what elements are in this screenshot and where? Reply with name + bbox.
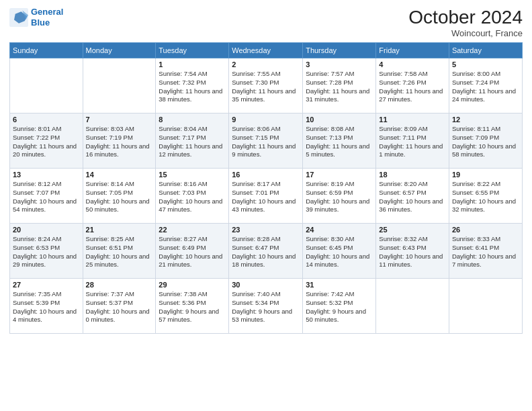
day-number: 18 bbox=[379, 171, 446, 179]
day-info: Sunrise: 8:33 AM Sunset: 6:41 PM Dayligh… bbox=[452, 235, 519, 269]
calendar-cell: 25Sunrise: 8:32 AM Sunset: 6:43 PM Dayli… bbox=[376, 224, 449, 279]
day-number: 13 bbox=[13, 171, 80, 179]
logo-line2: Blue bbox=[31, 17, 50, 28]
calendar-cell: 6Sunrise: 8:01 AM Sunset: 7:22 PM Daylig… bbox=[10, 113, 83, 169]
calendar-cell bbox=[376, 279, 449, 334]
logo-text: General Blue bbox=[31, 7, 63, 28]
calendar-cell: 27Sunrise: 7:35 AM Sunset: 5:39 PM Dayli… bbox=[10, 279, 83, 334]
calendar-cell: 15Sunrise: 8:16 AM Sunset: 7:03 PM Dayli… bbox=[156, 169, 229, 224]
day-info: Sunrise: 8:14 AM Sunset: 7:05 PM Dayligh… bbox=[86, 180, 153, 214]
day-info: Sunrise: 7:57 AM Sunset: 7:28 PM Dayligh… bbox=[306, 70, 373, 104]
calendar: SundayMondayTuesdayWednesdayThursdayFrid… bbox=[9, 42, 523, 334]
day-header-tuesday: Tuesday bbox=[156, 43, 229, 58]
day-info: Sunrise: 8:24 AM Sunset: 6:53 PM Dayligh… bbox=[13, 235, 80, 269]
calendar-cell: 11Sunrise: 8:09 AM Sunset: 7:11 PM Dayli… bbox=[376, 113, 449, 169]
calendar-week-5: 27Sunrise: 7:35 AM Sunset: 5:39 PM Dayli… bbox=[10, 279, 523, 334]
calendar-cell: 7Sunrise: 8:03 AM Sunset: 7:19 PM Daylig… bbox=[83, 113, 156, 169]
day-number: 8 bbox=[159, 116, 226, 124]
day-info: Sunrise: 8:04 AM Sunset: 7:17 PM Dayligh… bbox=[159, 125, 226, 159]
header: General Blue October 2024 Woincourt, Fra… bbox=[9, 7, 523, 38]
day-info: Sunrise: 8:11 AM Sunset: 7:09 PM Dayligh… bbox=[452, 125, 519, 159]
day-info: Sunrise: 8:17 AM Sunset: 7:01 PM Dayligh… bbox=[232, 180, 300, 214]
calendar-cell: 23Sunrise: 8:28 AM Sunset: 6:47 PM Dayli… bbox=[229, 224, 303, 279]
day-number: 14 bbox=[86, 171, 153, 179]
day-info: Sunrise: 8:09 AM Sunset: 7:11 PM Dayligh… bbox=[379, 125, 446, 159]
logo-icon bbox=[9, 8, 28, 27]
calendar-cell: 5Sunrise: 8:00 AM Sunset: 7:24 PM Daylig… bbox=[449, 58, 522, 113]
calendar-cell: 30Sunrise: 7:40 AM Sunset: 5:34 PM Dayli… bbox=[229, 279, 303, 334]
calendar-cell: 12Sunrise: 8:11 AM Sunset: 7:09 PM Dayli… bbox=[449, 113, 522, 169]
day-info: Sunrise: 8:22 AM Sunset: 6:55 PM Dayligh… bbox=[452, 180, 519, 214]
day-info: Sunrise: 7:54 AM Sunset: 7:32 PM Dayligh… bbox=[159, 70, 226, 104]
day-info: Sunrise: 7:37 AM Sunset: 5:37 PM Dayligh… bbox=[86, 290, 153, 324]
day-number: 24 bbox=[306, 226, 373, 234]
calendar-cell: 24Sunrise: 8:30 AM Sunset: 6:45 PM Dayli… bbox=[303, 224, 376, 279]
day-info: Sunrise: 8:27 AM Sunset: 6:49 PM Dayligh… bbox=[159, 235, 226, 269]
day-number: 15 bbox=[159, 171, 226, 179]
day-header-friday: Friday bbox=[376, 43, 449, 58]
title-block: October 2024 Woincourt, France bbox=[408, 7, 523, 38]
day-header-monday: Monday bbox=[83, 43, 156, 58]
calendar-cell: 26Sunrise: 8:33 AM Sunset: 6:41 PM Dayli… bbox=[449, 224, 522, 279]
day-number: 21 bbox=[86, 226, 153, 234]
calendar-cell: 21Sunrise: 8:25 AM Sunset: 6:51 PM Dayli… bbox=[83, 224, 156, 279]
calendar-cell bbox=[83, 58, 156, 113]
calendar-cell: 14Sunrise: 8:14 AM Sunset: 7:05 PM Dayli… bbox=[83, 169, 156, 224]
calendar-cell: 28Sunrise: 7:37 AM Sunset: 5:37 PM Dayli… bbox=[83, 279, 156, 334]
day-info: Sunrise: 8:32 AM Sunset: 6:43 PM Dayligh… bbox=[379, 235, 446, 269]
day-info: Sunrise: 8:06 AM Sunset: 7:15 PM Dayligh… bbox=[232, 125, 300, 159]
day-number: 22 bbox=[159, 226, 226, 234]
calendar-week-3: 13Sunrise: 8:12 AM Sunset: 7:07 PM Dayli… bbox=[10, 169, 523, 224]
day-info: Sunrise: 8:25 AM Sunset: 6:51 PM Dayligh… bbox=[86, 235, 153, 269]
day-number: 19 bbox=[452, 171, 519, 179]
day-info: Sunrise: 8:12 AM Sunset: 7:07 PM Dayligh… bbox=[13, 180, 80, 214]
day-number: 12 bbox=[452, 116, 519, 124]
logo: General Blue bbox=[9, 7, 63, 28]
day-number: 28 bbox=[86, 281, 153, 289]
day-number: 4 bbox=[379, 60, 446, 68]
day-info: Sunrise: 8:01 AM Sunset: 7:22 PM Dayligh… bbox=[13, 125, 80, 159]
location: Woincourt, France bbox=[408, 28, 523, 38]
day-number: 26 bbox=[452, 226, 519, 234]
calendar-cell: 16Sunrise: 8:17 AM Sunset: 7:01 PM Dayli… bbox=[229, 169, 303, 224]
logo-line1: General bbox=[31, 7, 63, 17]
day-info: Sunrise: 8:00 AM Sunset: 7:24 PM Dayligh… bbox=[452, 70, 519, 104]
day-header-sunday: Sunday bbox=[10, 43, 83, 58]
calendar-header-row: SundayMondayTuesdayWednesdayThursdayFrid… bbox=[10, 43, 523, 58]
calendar-cell: 9Sunrise: 8:06 AM Sunset: 7:15 PM Daylig… bbox=[229, 113, 303, 169]
day-number: 29 bbox=[159, 281, 226, 289]
day-info: Sunrise: 7:58 AM Sunset: 7:26 PM Dayligh… bbox=[379, 70, 446, 104]
day-number: 30 bbox=[232, 281, 300, 289]
day-info: Sunrise: 7:42 AM Sunset: 5:32 PM Dayligh… bbox=[306, 290, 373, 324]
day-number: 31 bbox=[306, 281, 373, 289]
day-info: Sunrise: 8:03 AM Sunset: 7:19 PM Dayligh… bbox=[86, 125, 153, 159]
day-info: Sunrise: 8:19 AM Sunset: 6:59 PM Dayligh… bbox=[306, 180, 373, 214]
day-header-saturday: Saturday bbox=[449, 43, 522, 58]
day-info: Sunrise: 7:40 AM Sunset: 5:34 PM Dayligh… bbox=[232, 290, 300, 324]
calendar-cell: 4Sunrise: 7:58 AM Sunset: 7:26 PM Daylig… bbox=[376, 58, 449, 113]
day-info: Sunrise: 7:38 AM Sunset: 5:36 PM Dayligh… bbox=[159, 290, 226, 324]
day-number: 5 bbox=[452, 60, 519, 68]
day-number: 20 bbox=[13, 226, 80, 234]
day-number: 2 bbox=[232, 60, 300, 68]
calendar-cell: 22Sunrise: 8:27 AM Sunset: 6:49 PM Dayli… bbox=[156, 224, 229, 279]
day-info: Sunrise: 7:35 AM Sunset: 5:39 PM Dayligh… bbox=[13, 290, 80, 324]
day-number: 10 bbox=[306, 116, 373, 124]
month-year: October 2024 bbox=[408, 7, 523, 28]
calendar-cell: 18Sunrise: 8:20 AM Sunset: 6:57 PM Dayli… bbox=[376, 169, 449, 224]
calendar-cell: 29Sunrise: 7:38 AM Sunset: 5:36 PM Dayli… bbox=[156, 279, 229, 334]
calendar-cell: 13Sunrise: 8:12 AM Sunset: 7:07 PM Dayli… bbox=[10, 169, 83, 224]
calendar-cell: 31Sunrise: 7:42 AM Sunset: 5:32 PM Dayli… bbox=[303, 279, 376, 334]
day-number: 7 bbox=[86, 116, 153, 124]
day-number: 23 bbox=[232, 226, 300, 234]
calendar-week-2: 6Sunrise: 8:01 AM Sunset: 7:22 PM Daylig… bbox=[10, 113, 523, 169]
calendar-week-1: 1Sunrise: 7:54 AM Sunset: 7:32 PM Daylig… bbox=[10, 58, 523, 113]
day-number: 27 bbox=[13, 281, 80, 289]
day-info: Sunrise: 8:20 AM Sunset: 6:57 PM Dayligh… bbox=[379, 180, 446, 214]
day-number: 25 bbox=[379, 226, 446, 234]
day-number: 17 bbox=[306, 171, 373, 179]
day-number: 3 bbox=[306, 60, 373, 68]
day-info: Sunrise: 8:30 AM Sunset: 6:45 PM Dayligh… bbox=[306, 235, 373, 269]
day-header-wednesday: Wednesday bbox=[229, 43, 303, 58]
day-header-thursday: Thursday bbox=[303, 43, 376, 58]
